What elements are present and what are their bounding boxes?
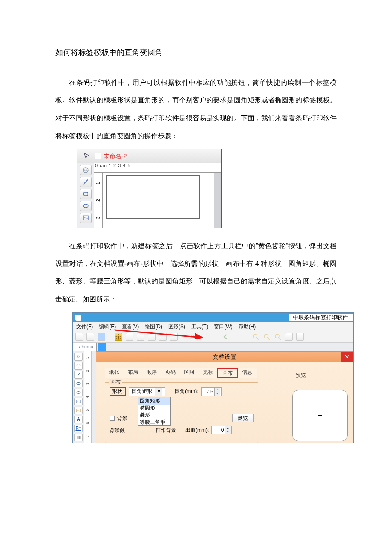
bg-checkbox-label: 背景 [117, 415, 127, 421]
image-icon[interactable] [74, 398, 83, 405]
bg-checkbox[interactable] [110, 416, 115, 421]
font-name-field[interactable]: Tahoma [73, 343, 97, 351]
image2-icon[interactable] [74, 407, 83, 414]
shape-option-ellipse[interactable]: 椭圆形 [138, 405, 170, 411]
db-icon[interactable] [148, 333, 156, 341]
svg-line-13 [120, 335, 121, 335]
label-rectangle [106, 175, 200, 219]
text-tool-icon[interactable]: A [74, 416, 83, 423]
undo-icon[interactable] [222, 333, 230, 341]
image-icon[interactable] [80, 213, 92, 223]
tab-page[interactable]: 页码 [161, 368, 180, 378]
line-icon[interactable] [80, 177, 92, 187]
corner-spinner[interactable]: ▴▾ [201, 387, 222, 396]
rounded-rect-icon[interactable] [74, 380, 83, 387]
rounded-rect-icon[interactable] [80, 189, 92, 199]
tab-range[interactable]: 区间 [180, 368, 199, 378]
barcode-icon[interactable] [74, 434, 83, 441]
svg-line-17 [268, 338, 270, 340]
shape-option-rounded[interactable]: 圆角矩形 [138, 397, 170, 404]
left-tool-column: A R≡ [73, 351, 84, 443]
svg-rect-25 [77, 400, 81, 403]
tab-info[interactable]: 信息 [238, 368, 257, 378]
cursor-icon[interactable] [74, 353, 83, 361]
cursor-icon [81, 151, 92, 161]
menu-shape[interactable]: 图形(S) [168, 324, 185, 330]
globe-icon[interactable] [159, 333, 167, 341]
tab-cursor[interactable]: 光标 [199, 368, 217, 378]
doc-title: 未命名-2 [104, 153, 127, 159]
shape-dropdown-list[interactable]: 圆角矩形 椭圆形 菱形 等腰三角形 [138, 397, 171, 426]
mag1-icon[interactable] [252, 333, 259, 341]
save-icon[interactable] [98, 333, 105, 341]
screenshot-2: 中琅条码标签打印软件- 文件(F) 编辑(E) 查看(V) 绘图(D) 图形(S… [72, 312, 354, 443]
grid-icon[interactable] [170, 333, 178, 341]
canvas-area[interactable] [103, 173, 214, 228]
gear-icon[interactable] [115, 333, 122, 341]
group-canvas: 画布 形状: 圆角矩形 ▾ 圆角(mm): ▴▾ 圆角矩形 [105, 382, 258, 443]
svg-line-19 [279, 338, 281, 340]
preview-canvas [292, 390, 348, 441]
browse-button[interactable]: 浏览 [232, 414, 254, 422]
richtext-tool-icon[interactable]: R≡ [74, 425, 83, 432]
menu-help[interactable]: 帮助(H) [239, 324, 256, 330]
fit-icon[interactable] [285, 333, 293, 341]
app-titlebar: 中琅条码标签打印软件- [73, 313, 353, 322]
shot1-tool-column [77, 163, 94, 228]
menu-view[interactable]: 查看(V) [122, 324, 139, 330]
menubar: 文件(F) 编辑(E) 查看(V) 绘图(D) 图形(S) 工具(T) 窗口(W… [73, 322, 353, 331]
corner-input[interactable] [202, 389, 214, 395]
shape-select[interactable]: 圆角矩形 ▾ [129, 387, 165, 396]
menu-draw[interactable]: 绘图(D) [145, 324, 162, 330]
article-title: 如何将标签模板中的直角变圆角 [55, 43, 337, 63]
shape-label: 形状: [110, 387, 126, 396]
app-title-text: 中琅条码标签打印软件- [289, 314, 353, 321]
mag3-icon[interactable] [274, 333, 282, 341]
paragraph-2: 在条码打印软件中，新建标签之后，点击软件上方工具栏中的"黄色齿轮"按钮，弹出文档… [55, 237, 337, 308]
menu-file[interactable]: 文件(F) [76, 324, 93, 330]
tab-layout[interactable]: 布局 [124, 368, 142, 378]
ruler-vertical: 1 2 3 4 5 6 7 [84, 351, 92, 443]
line-icon[interactable] [74, 371, 83, 379]
ellipse-icon[interactable] [74, 389, 83, 396]
copy-icon [200, 333, 208, 341]
menu-tool[interactable]: 工具(T) [191, 324, 208, 330]
svg-line-1 [84, 180, 88, 185]
new-icon[interactable] [75, 333, 83, 341]
menu-edit[interactable]: 编辑(E) [99, 324, 116, 330]
globe-icon[interactable] [74, 362, 83, 370]
document-settings-dialog: 文档设置 ✕ 纸张 布局 顺序 页码 区间 光标 画布 信息 预览 画布 形状: [96, 351, 353, 443]
align3-icon [336, 333, 344, 341]
print-bg-label: 打印背景 [156, 427, 176, 433]
close-icon[interactable]: ✕ [341, 352, 353, 362]
open-icon[interactable] [86, 333, 94, 341]
chevron-down-icon[interactable]: ▾ [155, 388, 162, 396]
fit2-icon[interactable] [296, 333, 304, 341]
svg-line-10 [116, 335, 117, 335]
svg-line-22 [77, 373, 80, 376]
bleed-spinner[interactable]: ▴▾ [211, 426, 232, 434]
zoom-icon[interactable] [137, 333, 144, 341]
shape-option-triangle[interactable]: 等腰三角形 [138, 419, 170, 425]
svg-point-16 [264, 334, 268, 338]
preview-center-mark [319, 414, 321, 417]
bleed-input[interactable] [212, 427, 225, 433]
tab-order[interactable]: 顺序 [142, 368, 161, 378]
cut-icon[interactable] [189, 333, 196, 341]
svg-point-21 [77, 364, 80, 367]
ruler-vertical: 1 2 3 [94, 173, 103, 228]
tab-paper[interactable]: 纸张 [105, 368, 124, 378]
dialog-tabs: 纸张 布局 顺序 页码 区间 光标 画布 信息 [105, 368, 353, 378]
font-diamond-icon[interactable] [98, 343, 106, 351]
ellipse-icon[interactable] [80, 201, 92, 211]
svg-rect-23 [77, 382, 80, 384]
shape-option-rhombus[interactable]: 菱形 [138, 411, 170, 418]
globe-icon[interactable] [80, 165, 92, 175]
mag2-icon[interactable] [263, 333, 271, 341]
corner-label: 圆角(mm): [175, 388, 198, 394]
print-icon[interactable] [126, 333, 133, 341]
menu-window[interactable]: 窗口(W) [214, 324, 232, 330]
tab-canvas[interactable]: 画布 [217, 368, 238, 378]
svg-rect-4 [83, 216, 88, 220]
svg-point-14 [253, 334, 257, 338]
